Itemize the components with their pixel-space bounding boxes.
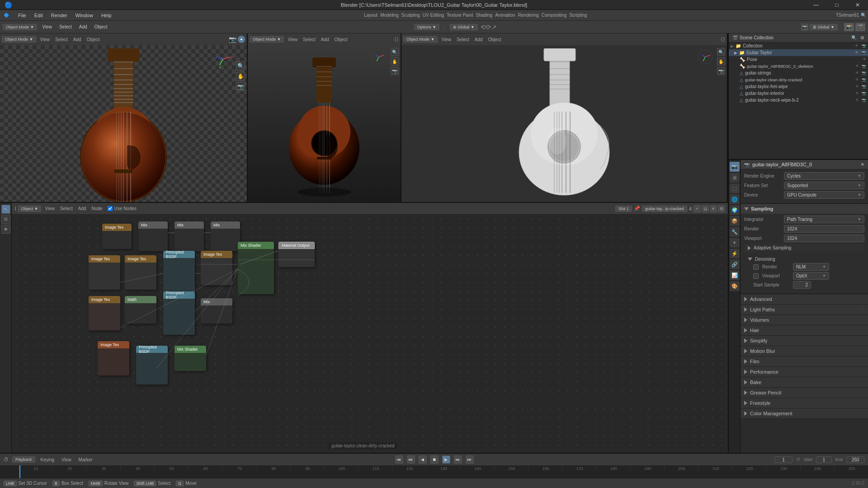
render-engine-value[interactable]: Cycles — [784, 172, 864, 180]
render-denoiser-check[interactable] — [753, 264, 759, 270]
tl-view-btn[interactable]: View — [60, 457, 73, 463]
eye-icon-2[interactable]: 👁 — [855, 51, 859, 55]
maximize-button[interactable]: □ — [826, 0, 847, 10]
node-mix-1[interactable]: Mix — [138, 221, 168, 251]
light-paths-section[interactable]: Light Paths ⋮ — [741, 305, 868, 315]
keying-btn[interactable]: Keying — [39, 457, 57, 463]
start-sample-value[interactable]: 2 — [793, 281, 811, 289]
eye-icon-skel[interactable]: 👁 — [855, 64, 859, 68]
node-math-1[interactable]: Math — [125, 296, 156, 324]
menu-window[interactable]: Window — [72, 12, 97, 19]
props-render-icon[interactable]: 📷 — [730, 162, 740, 172]
node-image-texture-4[interactable]: Image Tex — [201, 251, 232, 285]
props-material-icon[interactable]: 🎨 — [730, 281, 740, 291]
node-settings-icon[interactable]: ⚙ — [718, 205, 725, 212]
performance-section[interactable]: Performance — [741, 367, 868, 377]
skip-start-btn[interactable]: ⏮ — [395, 455, 403, 464]
center-vp-add[interactable]: Add — [319, 37, 331, 42]
volumes-section[interactable]: Volumes — [741, 315, 868, 325]
node-image-texture-6[interactable]: Image Tex — [98, 341, 129, 375]
options-btn[interactable]: Options ▼ — [414, 24, 439, 30]
center-vp-expand[interactable]: ⟨⟩ — [394, 36, 399, 42]
viewport-samples-value[interactable]: 1024 — [784, 235, 864, 242]
mode-selector[interactable]: Object Mode ▼ — [3, 24, 37, 30]
center-vp-mode[interactable]: Object Mode ▼ — [250, 36, 284, 42]
node-image-texture-1[interactable]: Image Tex — [102, 224, 132, 249]
node-select[interactable]: Select — [58, 206, 75, 211]
outliner-neck-wipe[interactable]: △ guitar-taylor-neck-wipe-b-2 👁 📷 — [729, 97, 868, 103]
node-material-name[interactable]: guitar-tay...ty-cracked — [642, 206, 687, 212]
view-layer-selector[interactable]: 📷 — [801, 23, 808, 31]
stop-btn[interactable]: ⏹ — [430, 455, 439, 464]
menu-help[interactable]: Help — [98, 12, 115, 19]
props-output-icon[interactable]: 🖥 — [730, 173, 740, 183]
left-viewport[interactable]: Object Mode ▼ View Select Add Object 📷 ● — [0, 33, 248, 202]
node-image-texture-2[interactable]: Image Tex — [89, 255, 120, 290]
node-object-type[interactable]: Object ▼ — [18, 206, 41, 212]
right-vp-expand[interactable]: ⟨⟩ — [721, 36, 725, 42]
center-camera-icon2[interactable]: 📷 — [391, 67, 399, 75]
tl-marker-btn[interactable]: Marker — [77, 457, 94, 463]
bake-section[interactable]: Bake — [741, 377, 868, 388]
hair-section[interactable]: Hair — [741, 325, 868, 336]
node-mix-3[interactable]: Mix — [211, 221, 240, 251]
node-pin-icon[interactable]: 📌 — [634, 206, 640, 211]
timeline-icon[interactable]: ⏱ — [4, 457, 9, 462]
props-constraints-icon[interactable]: 🔗 — [730, 259, 740, 269]
node-shader-mix[interactable]: Mix Shader — [175, 346, 206, 371]
right-vp-select[interactable]: Select — [455, 37, 471, 42]
props-modifier-icon[interactable]: 🔧 — [730, 227, 740, 237]
outliner-interior[interactable]: △ guitar-taylor-interior 👁 📷 — [729, 90, 868, 97]
search-icon[interactable]: 🔍 — [861, 13, 866, 18]
node-slot[interactable]: Slot 1 — [615, 206, 632, 212]
eye-icon-fret[interactable]: 👁 — [855, 84, 859, 89]
render-button[interactable]: 📸 — [844, 23, 854, 31]
props-view-layer-icon[interactable]: ⬚ — [730, 183, 740, 193]
node-image-texture-5[interactable]: Image Tex — [89, 296, 120, 330]
right-vp-add[interactable]: Add — [473, 37, 485, 42]
node-bsdf-3[interactable]: Principled BSDF — [136, 346, 168, 385]
props-world-icon[interactable]: 🌍 — [730, 205, 740, 215]
props-data-icon[interactable]: 📊 — [730, 270, 740, 280]
node-view[interactable]: View — [43, 206, 57, 211]
blender-menu-icon[interactable]: 🔷 — [2, 11, 11, 20]
freestyle-section[interactable]: Freestyle — [741, 398, 868, 408]
eye-icon-neck[interactable]: 👁 — [855, 98, 859, 102]
frame-marker[interactable] — [19, 465, 20, 478]
outliner-filter-icon[interactable]: 🔍 — [851, 35, 857, 40]
right-zoom-icon[interactable]: 🔍 — [717, 48, 725, 56]
use-nodes-checkbox[interactable] — [108, 206, 113, 211]
device-value[interactable]: GPU Compute — [784, 191, 864, 199]
play-back-btn[interactable]: ◀ — [419, 455, 427, 464]
light-paths-options[interactable]: ⋮ — [860, 307, 864, 312]
grease-pencil-section[interactable]: Grease Pencil — [741, 388, 868, 398]
sampling-options-icon[interactable]: ⋮ — [860, 206, 864, 211]
skip-end-btn[interactable]: ⏭ — [466, 455, 474, 464]
left-vp-select[interactable]: Select — [53, 37, 70, 42]
node-node[interactable]: Node — [90, 206, 104, 211]
outliner-pose[interactable]: 🦴 Pose 👁 — [729, 56, 868, 63]
feature-set-value[interactable]: Supported — [784, 182, 864, 189]
left-vp-view[interactable]: View — [38, 37, 52, 42]
left-vp-mode[interactable]: Object Mode ▼ — [2, 36, 36, 42]
render-icon-str[interactable]: 📷 — [862, 71, 866, 75]
right-viewport[interactable]: Object Mode ▼ View Select Add Object ⟨⟩ — [401, 33, 728, 202]
sampling-header[interactable]: Sampling ⋮ — [741, 204, 868, 214]
outliner-fret[interactable]: △ guitar-taylor-fret-wipe 👁 📷 — [729, 83, 868, 90]
node-tool-lasso[interactable]: ⊕ — [1, 225, 10, 234]
props-particles-icon[interactable]: ✦ — [730, 238, 740, 248]
node-output-1[interactable]: Mix Shader — [238, 242, 274, 294]
render-icon-1[interactable]: 📷 — [862, 44, 866, 48]
render-icon-skel[interactable]: 📷 — [862, 64, 866, 68]
render-anim-button[interactable]: 🎬 — [855, 23, 865, 31]
motion-blur-section[interactable]: Motion Blur — [741, 346, 868, 357]
eye-icon-pose[interactable]: 👁 — [863, 57, 866, 61]
add-menu[interactable]: Add — [77, 24, 90, 30]
node-browse-icon[interactable]: 🗂 — [702, 205, 709, 212]
node-tool-box[interactable]: ⊡ — [1, 215, 10, 224]
outliner-skeleton[interactable]: 🦴 guitar-taylor_A8FB8D3C_0_skeleton 👁 📷 — [729, 63, 868, 70]
right-vp-object[interactable]: Object — [486, 37, 503, 42]
viewport-denoiser-value[interactable]: OptiX — [793, 272, 829, 280]
render-icon-clean[interactable]: 📷 — [862, 78, 866, 82]
render-icon-neck[interactable]: 📷 — [862, 98, 866, 102]
